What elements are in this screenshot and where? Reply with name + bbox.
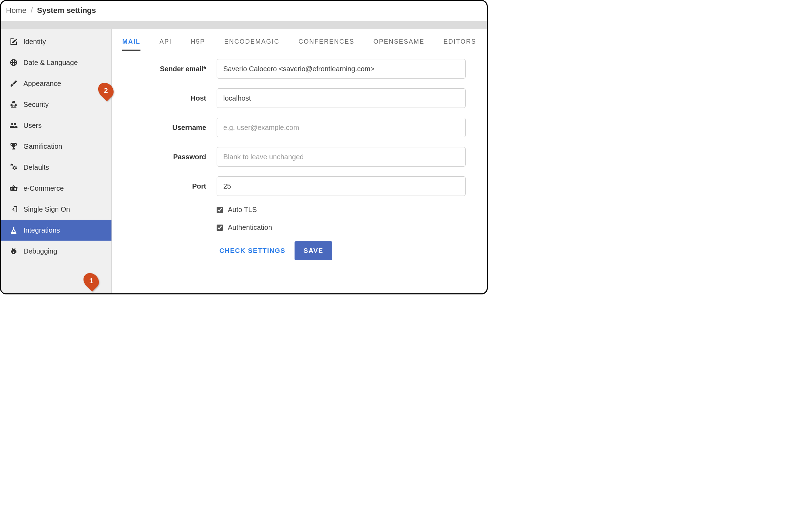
tabs: MAIL API H5P ENCODEMAGIC CONFERENCES OPE… bbox=[112, 29, 487, 51]
breadcrumb: Home / System settings bbox=[1, 1, 487, 21]
signin-icon bbox=[9, 205, 19, 213]
globe-icon bbox=[9, 58, 19, 67]
breadcrumb-home[interactable]: Home bbox=[6, 6, 27, 15]
sidebar: Identity Date & Language Appearance Secu… bbox=[1, 29, 112, 293]
sidebar-item-label: Single Sign On bbox=[23, 205, 70, 213]
authentication-checkbox[interactable] bbox=[217, 225, 223, 231]
sidebar-item-label: Integrations bbox=[23, 226, 60, 234]
sidebar-item-defaults[interactable]: Defaults bbox=[1, 157, 111, 178]
authentication-label: Authentication bbox=[228, 224, 272, 232]
trophy-icon bbox=[9, 142, 19, 151]
content-area: MAIL API H5P ENCODEMAGIC CONFERENCES OPE… bbox=[112, 29, 487, 293]
users-icon bbox=[9, 121, 19, 130]
auto-tls-checkbox[interactable] bbox=[217, 207, 223, 213]
check-settings-button[interactable]: CHECK SETTINGS bbox=[217, 242, 288, 259]
tab-mail[interactable]: MAIL bbox=[122, 38, 140, 51]
sidebar-item-label: Defaults bbox=[23, 163, 49, 171]
sidebar-item-users[interactable]: Users bbox=[1, 115, 111, 136]
sidebar-item-label: Date & Language bbox=[23, 59, 78, 67]
username-input[interactable] bbox=[217, 118, 466, 137]
sidebar-item-label: Security bbox=[23, 101, 49, 109]
sidebar-item-label: e-Commerce bbox=[23, 184, 64, 192]
sidebar-item-ecommerce[interactable]: e-Commerce bbox=[1, 178, 111, 199]
sidebar-item-identity[interactable]: Identity bbox=[1, 31, 111, 52]
password-label: Password bbox=[112, 153, 217, 161]
mail-form: Sender email* Host Username Password Por… bbox=[112, 51, 487, 260]
flask-icon bbox=[9, 226, 19, 234]
gears-icon bbox=[9, 163, 19, 171]
sidebar-item-label: Appearance bbox=[23, 80, 61, 88]
tab-h5p[interactable]: H5P bbox=[191, 38, 205, 51]
sidebar-item-label: Users bbox=[23, 122, 42, 130]
save-button[interactable]: SAVE bbox=[295, 241, 332, 260]
port-input[interactable] bbox=[217, 176, 466, 196]
spy-icon bbox=[9, 100, 19, 109]
tab-api[interactable]: API bbox=[160, 38, 172, 51]
auto-tls-label: Auto TLS bbox=[228, 206, 257, 214]
brush-icon bbox=[9, 79, 19, 88]
breadcrumb-current: System settings bbox=[37, 6, 96, 15]
sidebar-item-integrations[interactable]: Integrations bbox=[1, 220, 111, 241]
sidebar-item-sso[interactable]: Single Sign On bbox=[1, 199, 111, 220]
tab-conferences[interactable]: CONFERENCES bbox=[298, 38, 354, 51]
sender-email-input[interactable] bbox=[217, 59, 466, 79]
basket-icon bbox=[9, 184, 19, 192]
tab-encodemagic[interactable]: ENCODEMAGIC bbox=[224, 38, 280, 51]
tab-editors[interactable]: EDITORS bbox=[443, 38, 476, 51]
breadcrumb-separator: / bbox=[29, 6, 35, 15]
sidebar-item-appearance[interactable]: Appearance bbox=[1, 73, 111, 94]
sidebar-item-gamification[interactable]: Gamification bbox=[1, 136, 111, 157]
pencil-square-icon bbox=[9, 37, 19, 46]
sidebar-item-label: Debugging bbox=[23, 247, 57, 255]
sidebar-item-date-language[interactable]: Date & Language bbox=[1, 52, 111, 73]
divider-strip bbox=[1, 21, 487, 29]
password-input[interactable] bbox=[217, 147, 466, 167]
sidebar-item-label: Identity bbox=[23, 38, 46, 46]
tab-opensesame[interactable]: OPENSESAME bbox=[374, 38, 425, 51]
sender-email-label: Sender email* bbox=[112, 65, 217, 73]
username-label: Username bbox=[112, 124, 217, 132]
sidebar-item-security[interactable]: Security bbox=[1, 94, 111, 115]
bug-icon bbox=[9, 247, 19, 255]
host-label: Host bbox=[112, 94, 217, 102]
sidebar-item-label: Gamification bbox=[23, 142, 62, 151]
port-label: Port bbox=[112, 182, 217, 190]
host-input[interactable] bbox=[217, 88, 466, 108]
sidebar-item-debugging[interactable]: Debugging bbox=[1, 241, 111, 262]
